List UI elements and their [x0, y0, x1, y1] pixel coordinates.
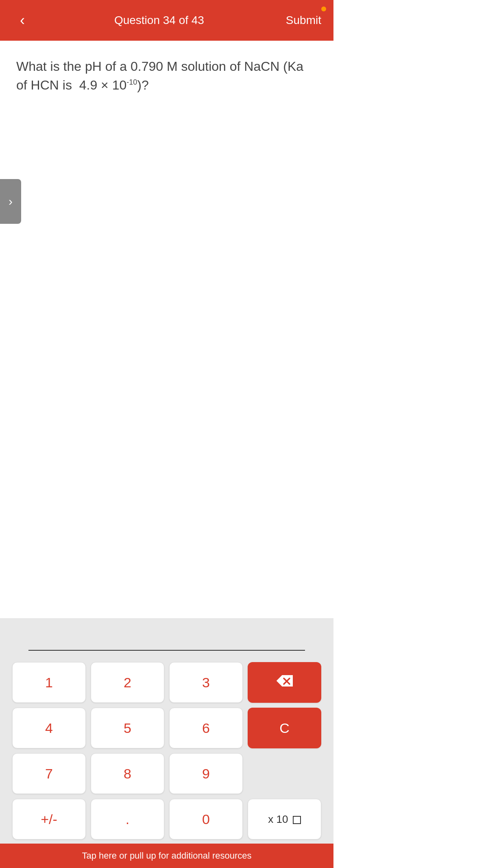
key-4[interactable]: 4 — [12, 708, 86, 748]
keypad: 1 2 3 4 5 6 C 7 8 9 +/- . 0 — [12, 662, 321, 840]
empty-cell-row3 — [248, 753, 321, 794]
key-6[interactable]: 6 — [169, 708, 243, 748]
key-1[interactable]: 1 — [12, 662, 86, 703]
key-plus-minus[interactable]: +/- — [12, 799, 86, 840]
footer-text: Tap here or pull up for additional resou… — [82, 851, 251, 861]
chevron-right-icon: › — [9, 195, 13, 208]
question-progress: Question 34 of 43 — [114, 14, 204, 27]
key-9[interactable]: 9 — [169, 753, 243, 794]
answer-input[interactable] — [28, 630, 305, 651]
calculator-area: 1 2 3 4 5 6 C 7 8 9 +/- . 0 — [0, 618, 333, 844]
clear-button[interactable]: C — [248, 708, 321, 748]
question-area: What is the pH of a 0.790 M solution of … — [0, 41, 333, 356]
header: ‹ Question 34 of 43 Submit — [0, 0, 333, 41]
backspace-button[interactable] — [248, 662, 321, 703]
key-x10[interactable]: x 10 — [248, 799, 321, 840]
key-7[interactable]: 7 — [12, 753, 86, 794]
side-panel-toggle[interactable]: › — [0, 179, 21, 224]
footer[interactable]: Tap here or pull up for additional resou… — [0, 844, 333, 868]
key-5[interactable]: 5 — [91, 708, 164, 748]
key-2[interactable]: 2 — [91, 662, 164, 703]
key-0[interactable]: 0 — [169, 799, 243, 840]
key-dot[interactable]: . — [91, 799, 164, 840]
backspace-icon — [275, 673, 294, 691]
submit-button[interactable]: Submit — [286, 14, 321, 27]
question-text: What is the pH of a 0.790 M solution of … — [16, 57, 317, 95]
key-8[interactable]: 8 — [91, 753, 164, 794]
back-button[interactable]: ‹ — [12, 12, 33, 29]
input-wrapper — [12, 630, 321, 651]
x10-label: x 10 — [268, 813, 301, 826]
x10-exponent-box — [293, 816, 301, 824]
notification-dot — [321, 7, 326, 11]
key-3[interactable]: 3 — [169, 662, 243, 703]
content-spacer — [0, 356, 333, 618]
